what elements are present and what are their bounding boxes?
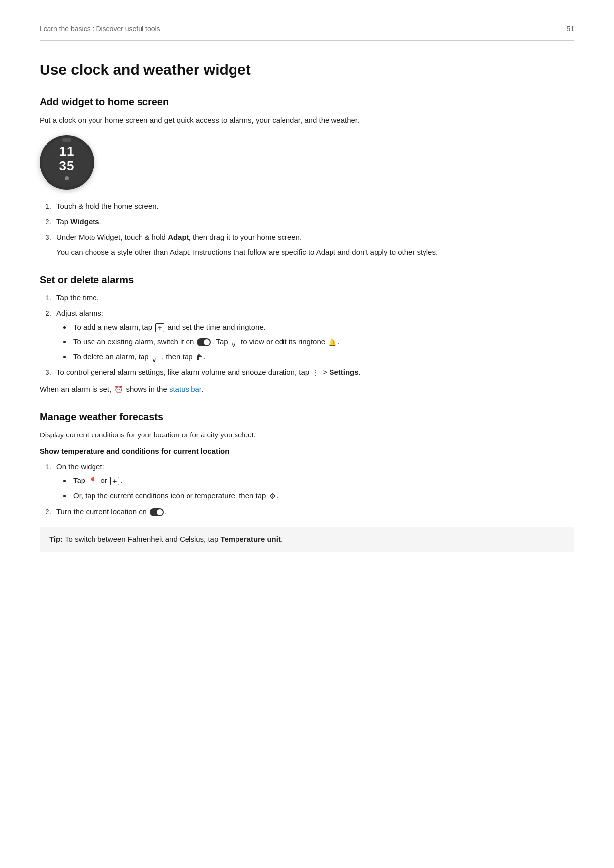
section-add-widget: Add widget to home screen Put a clock on… [40,95,574,258]
add-widget-steps: Touch & hold the home screen. Tap Widget… [40,200,574,258]
dots-menu-icon: ⋮ [312,367,320,378]
status-bar-link[interactable]: status bar [169,385,201,393]
alarm-bullet-2: To use an existing alarm, switch it on .… [71,336,574,348]
alarm-step-1-text: Tap the time. [56,293,99,302]
gear-icon: ⚙ [269,490,276,502]
weather-steps: On the widget: Tap 📍 or . Or, tap the cu… [40,461,574,518]
clock-minute: 35 [59,159,75,173]
add-widget-title: Add widget to home screen [40,95,574,109]
step-3-note: You can choose a style other than Adapt.… [56,246,574,258]
plus-icon [155,323,164,332]
show-temp-subtitle: Show temperature and conditions for curr… [40,446,574,457]
bell-icon: 🔔 [328,337,336,348]
step-3: Under Moto Widget, touch & hold Adapt, t… [53,231,574,258]
chevron-down-icon-2 [152,354,159,361]
step-1: Touch & hold the home screen. [53,200,574,212]
alarm-status-bar-text: When an alarm is set, ⏰ shows in the sta… [40,384,574,395]
page-number: 51 [567,24,574,34]
location-icon: 📍 [88,475,97,487]
weather-bullet-1: Tap 📍 or . [71,475,574,487]
section-manage-weather: Manage weather forecasts Display current… [40,409,574,553]
clock-hour: 11 [59,145,75,159]
alarm-clock-icon: ⏰ [114,384,123,395]
tip-box: Tip: To switch between Fahrenheit and Ce… [40,527,574,552]
trash-icon: 🗑 [196,352,203,363]
page: Learn the basics : Discover useful tools… [0,0,614,868]
weather-step-1-text: On the widget: [56,462,104,471]
alarm-step-3: To control general alarm settings, like … [53,366,574,378]
weather-step-2: Turn the current location on . [53,506,574,518]
step-1-text: Touch & hold the home screen. [56,202,159,210]
main-title: Use clock and weather widget [40,58,574,81]
clock-widget-image: 11 35 [40,135,94,190]
alarm-step-2: Adjust alarms: To add a new alarm, tap a… [53,307,574,363]
toggle-on-icon [197,338,211,346]
tip-text: Tip: To switch between Fahrenheit and Ce… [49,535,283,543]
plus-icon-2 [110,477,119,485]
clock-notch [62,138,71,142]
set-delete-alarms-title: Set or delete alarms [40,272,574,287]
toggle-on-icon-2 [150,508,164,516]
chevron-down-icon [231,339,238,346]
step-2: Tap Widgets. [53,216,574,228]
clock-dot [65,176,69,180]
alarm-bullet-1: To add a new alarm, tap and set the time… [71,321,574,333]
alarm-bullet-3: To delete an alarm, tap , then tap 🗑. [71,351,574,363]
section-set-delete-alarms: Set or delete alarms Tap the time. Adjus… [40,272,574,395]
step-3-text: Under Moto Widget, touch & hold Adapt, t… [56,233,302,241]
alarms-steps: Tap the time. Adjust alarms: To add a ne… [40,292,574,379]
header-subtitle: Learn the basics : Discover useful tools [40,24,160,34]
header-bar: Learn the basics : Discover useful tools… [40,24,574,41]
step-2-text: Tap Widgets. [56,217,101,226]
weather-bullets: Tap 📍 or . Or, tap the current condition… [66,475,574,502]
manage-weather-title: Manage weather forecasts [40,409,574,424]
weather-bullet-2: Or, tap the current conditions icon or t… [71,490,574,502]
alarm-step-2-text: Adjust alarms: [56,309,103,317]
manage-weather-intro: Display current conditions for your loca… [40,429,574,441]
add-widget-intro: Put a clock on your home screen and get … [40,114,574,126]
alarm-bullets: To add a new alarm, tap and set the time… [66,321,574,363]
alarm-step-1: Tap the time. [53,292,574,304]
weather-step-1: On the widget: Tap 📍 or . Or, tap the cu… [53,461,574,502]
